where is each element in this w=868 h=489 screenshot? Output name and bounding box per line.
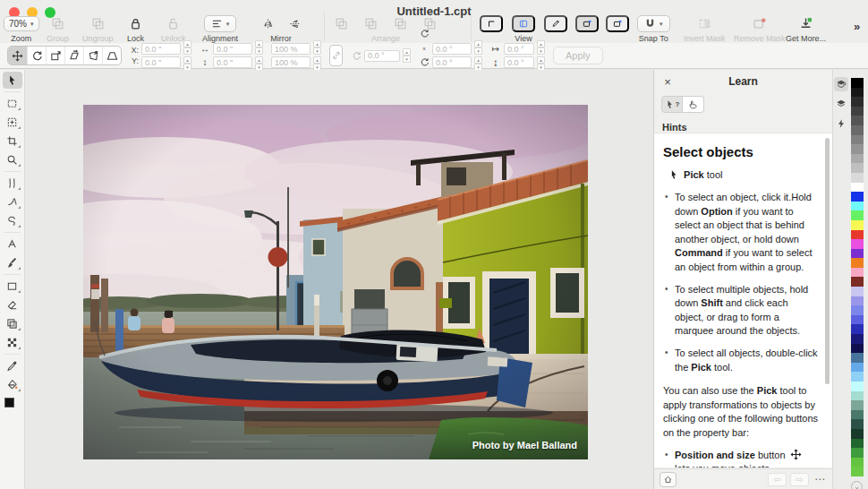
color-swatch[interactable] bbox=[851, 97, 864, 107]
color-swatch[interactable] bbox=[851, 287, 864, 296]
color-swatch[interactable] bbox=[851, 334, 864, 344]
get-more-button[interactable]: Get More... bbox=[786, 15, 826, 43]
y-stepper[interactable]: ▴▾ bbox=[183, 56, 191, 71]
x-stepper[interactable]: ▴▾ bbox=[183, 40, 191, 55]
height-field[interactable] bbox=[213, 56, 252, 68]
color-swatch[interactable] bbox=[851, 249, 864, 259]
explore-mode-button[interactable] bbox=[683, 96, 704, 113]
width-field[interactable] bbox=[213, 43, 252, 55]
paint-tool[interactable] bbox=[3, 254, 22, 271]
full-screen-preview-button[interactable] bbox=[480, 15, 503, 32]
fill-tool[interactable] bbox=[3, 376, 22, 393]
rotate-mode-button[interactable] bbox=[27, 47, 46, 64]
color-swatch[interactable] bbox=[851, 277, 864, 287]
color-swatch[interactable] bbox=[851, 448, 864, 458]
color-swatch[interactable] bbox=[851, 363, 864, 373]
mask-overlay-button[interactable] bbox=[606, 15, 629, 32]
color-swatch[interactable] bbox=[851, 192, 864, 202]
color-swatch[interactable] bbox=[851, 154, 864, 164]
color-swatch[interactable] bbox=[851, 210, 864, 220]
color-swatch[interactable] bbox=[851, 135, 864, 145]
foreground-color-swatch[interactable] bbox=[4, 398, 14, 408]
color-swatch[interactable] bbox=[851, 400, 864, 410]
color-swatch[interactable] bbox=[851, 391, 864, 401]
color-swatch[interactable] bbox=[851, 78, 864, 88]
perspective-h-stepper[interactable]: ▴▾ bbox=[537, 40, 545, 55]
scale-h-stepper[interactable]: ▴▾ bbox=[313, 40, 321, 55]
scrollbar[interactable] bbox=[825, 138, 830, 384]
rotation-stepper[interactable]: ▴▾ bbox=[403, 48, 411, 63]
more-options-button[interactable]: ⋯ bbox=[813, 473, 827, 485]
skew-x-stepper[interactable]: ▴▾ bbox=[474, 40, 482, 55]
forward-button[interactable]: ⇨ bbox=[790, 473, 809, 486]
alignment-dropdown[interactable]: ▾ bbox=[204, 15, 237, 32]
scale-v-field[interactable] bbox=[271, 56, 311, 68]
perspective-v-field[interactable] bbox=[504, 56, 534, 68]
pattern-tool[interactable] bbox=[3, 334, 22, 351]
color-swatch[interactable] bbox=[851, 344, 864, 354]
color-swatch[interactable] bbox=[851, 173, 864, 183]
scale-v-stepper[interactable]: ▴▾ bbox=[313, 56, 321, 71]
perspective-v-stepper[interactable]: ▴▾ bbox=[537, 56, 545, 71]
color-swatch[interactable] bbox=[851, 305, 864, 315]
mask-transform-tool[interactable] bbox=[3, 114, 22, 131]
color-swatch[interactable] bbox=[851, 296, 864, 306]
eraser-tool[interactable] bbox=[3, 296, 22, 313]
color-swatch[interactable] bbox=[851, 467, 864, 476]
color-swatch[interactable] bbox=[851, 419, 864, 429]
rectangle-tool[interactable] bbox=[3, 278, 22, 295]
rectangle-mask-tool[interactable] bbox=[3, 95, 22, 112]
mirror-horizontal-button[interactable] bbox=[258, 15, 277, 32]
normal-mask-mode-button[interactable] bbox=[575, 15, 599, 32]
learn-docker-button[interactable] bbox=[834, 77, 848, 91]
scale-h-field[interactable] bbox=[271, 43, 311, 55]
color-swatch[interactable] bbox=[851, 88, 864, 98]
adjust-docker-button[interactable] bbox=[834, 116, 848, 131]
lasso-mask-tool[interactable] bbox=[3, 212, 22, 229]
color-swatch[interactable] bbox=[851, 410, 864, 420]
distort-mode-button[interactable] bbox=[83, 47, 102, 64]
scale-mode-button[interactable] bbox=[46, 47, 64, 64]
color-swatch[interactable] bbox=[851, 268, 864, 278]
home-button[interactable] bbox=[660, 472, 677, 487]
color-swatch[interactable] bbox=[851, 382, 864, 391]
lock-button[interactable]: Lock bbox=[127, 15, 144, 43]
rotation-field[interactable] bbox=[364, 50, 400, 62]
y-position-field[interactable] bbox=[141, 56, 181, 68]
color-swatch[interactable] bbox=[851, 183, 864, 193]
photo-object[interactable]: Photo by Mael Balland bbox=[83, 105, 588, 459]
snap-to-dropdown[interactable]: ▾ bbox=[637, 15, 670, 32]
skew-y-field[interactable] bbox=[432, 56, 472, 68]
hints-mode-button[interactable]: ? bbox=[661, 96, 683, 113]
color-swatch[interactable] bbox=[851, 324, 864, 334]
clone-tool[interactable] bbox=[3, 175, 22, 192]
position-size-mode-button[interactable] bbox=[8, 47, 27, 64]
zoom-tool[interactable] bbox=[3, 151, 22, 168]
palette-more-button[interactable]: ⌄ bbox=[851, 481, 863, 489]
color-swatch[interactable] bbox=[851, 372, 864, 382]
color-swatch[interactable] bbox=[851, 239, 864, 249]
color-swatch[interactable] bbox=[851, 163, 864, 173]
object-transparency-tool[interactable] bbox=[3, 315, 22, 332]
eyedropper-tool[interactable] bbox=[3, 357, 22, 374]
mirror-vertical-button[interactable] bbox=[285, 15, 304, 32]
crop-tool[interactable] bbox=[3, 133, 22, 150]
skew-y-stepper[interactable]: ▴▾ bbox=[474, 56, 482, 71]
height-stepper[interactable]: ▴▾ bbox=[255, 56, 263, 71]
skew-x-field[interactable] bbox=[432, 43, 472, 55]
show-page-border-button[interactable] bbox=[512, 15, 535, 32]
toolbar-overflow-button[interactable]: » bbox=[848, 19, 865, 34]
color-swatch[interactable] bbox=[851, 202, 864, 211]
back-button[interactable]: ⇦ bbox=[768, 473, 787, 486]
color-swatch[interactable] bbox=[851, 230, 864, 240]
pick-tool[interactable] bbox=[3, 72, 22, 89]
close-icon[interactable]: × bbox=[661, 75, 674, 89]
color-swatch[interactable] bbox=[851, 125, 864, 135]
color-swatch[interactable] bbox=[851, 458, 864, 468]
color-swatch[interactable] bbox=[851, 258, 864, 268]
color-swatch[interactable] bbox=[851, 116, 864, 125]
color-swatch[interactable] bbox=[851, 315, 864, 325]
lock-ratio-button[interactable] bbox=[329, 45, 343, 66]
zoom-level-dropdown[interactable]: 70%▾ bbox=[4, 16, 39, 31]
objects-docker-button[interactable] bbox=[834, 97, 848, 111]
